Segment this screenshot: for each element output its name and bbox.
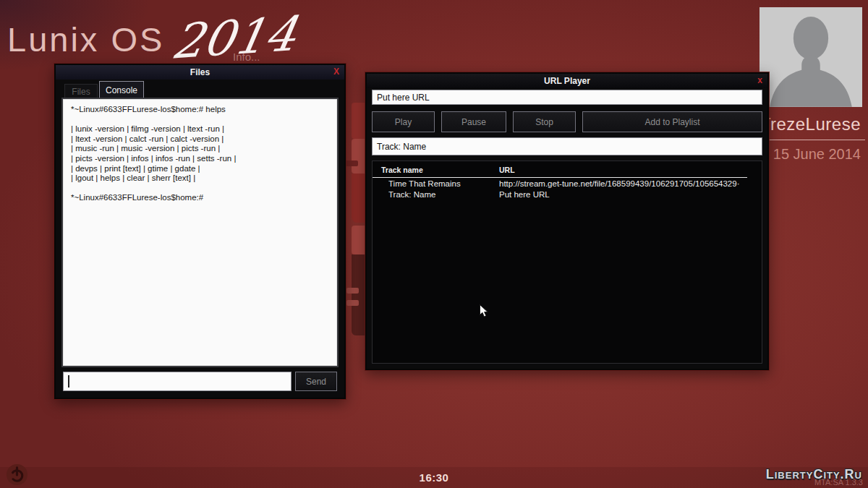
avatar — [760, 7, 862, 107]
profile-divider — [769, 140, 865, 140]
url-player-window: URL Player x Put here URL Play Pause Sto… — [365, 72, 769, 370]
wallpaper-shape — [346, 288, 359, 294]
console-line: | ltext -version | calct -run | calct -v… — [71, 134, 329, 145]
info-link[interactable]: Info... — [233, 51, 260, 63]
console-line — [71, 184, 329, 194]
console-send-row: Send — [63, 372, 337, 391]
pause-button[interactable]: Pause — [441, 111, 506, 132]
mta-version-label: MTA:SA 1.3.3 — [814, 478, 863, 487]
add-to-playlist-button[interactable]: Add to Playlist — [582, 111, 762, 132]
player-close-icon[interactable]: x — [757, 75, 762, 85]
console-output: *~Linux#6633FFLurese-los$home:# helps | … — [63, 99, 337, 366]
track-name-cell: Time That Remains — [388, 179, 499, 189]
files-window-titlebar[interactable]: Files X — [56, 65, 344, 80]
console-input[interactable] — [63, 372, 292, 391]
track-name-cell: Track: Name — [388, 190, 499, 200]
wallpaper-shape — [346, 300, 359, 306]
console-line: | music -run | music -version | picts -r… — [71, 144, 329, 154]
playlist: Track name URL Time That Remains http://… — [372, 160, 762, 364]
files-window-title: Files — [56, 67, 344, 77]
wallpaper-shape — [345, 160, 358, 166]
stop-button[interactable]: Stop — [513, 111, 576, 132]
clock: 16:30 — [0, 471, 868, 484]
console-line — [71, 115, 329, 125]
playlist-row[interactable]: Time That Remains http://stream.get-tune… — [373, 179, 762, 189]
player-window-title: URL Player — [367, 76, 767, 86]
playlist-row[interactable]: Track: Name Put here URL — [373, 190, 762, 200]
console-line: | devps | print [text] | gtime | gdate | — [71, 164, 329, 174]
player-window-titlebar[interactable]: URL Player x — [367, 74, 767, 88]
files-tabs: Files Console — [56, 80, 344, 99]
files-close-icon[interactable]: X — [333, 67, 339, 77]
console-line: *~Linux#6633FFLurese-los$home:# — [71, 193, 329, 203]
cursor-arrow-icon — [479, 304, 489, 319]
track-name-input[interactable]: Track: Name — [372, 137, 762, 155]
console-line: | lgout | helps | clear | sherr [text] | — [71, 174, 329, 184]
mouse-cursor — [479, 304, 489, 322]
text-caret — [68, 375, 69, 388]
person-silhouette-icon — [760, 7, 862, 107]
track-url-cell: Put here URL — [499, 190, 762, 200]
desktop: Lunix OS 2014 Info... Files X Files Cons… — [0, 0, 868, 488]
console-line: *~Linux#6633FFLurese-los$home:# helps — [71, 105, 329, 115]
tab-console[interactable]: Console — [99, 81, 144, 99]
files-window: Files X Files Console *~Linux#6633FFLure… — [54, 64, 346, 399]
url-input[interactable]: Put here URL — [372, 90, 762, 105]
player-controls: Play Pause Stop Add to Playlist — [372, 111, 762, 132]
playlist-header: Track name URL — [373, 161, 747, 178]
play-button[interactable]: Play — [372, 111, 435, 132]
send-button[interactable]: Send — [295, 372, 337, 391]
tab-files[interactable]: Files — [64, 84, 98, 99]
track-url-cell: http://stream.get-tune.net/file/16859943… — [499, 179, 762, 189]
player-body: Put here URL Play Pause Stop Add to Play… — [367, 88, 767, 369]
column-track-name[interactable]: Track name — [381, 166, 499, 174]
column-url[interactable]: URL — [499, 166, 747, 174]
console-line: | picts -version | infos | infos -run | … — [71, 154, 329, 164]
console-line: | lunix -version | filmg -version | ltex… — [71, 124, 329, 134]
os-logo-text: Lunix OS — [7, 20, 164, 59]
